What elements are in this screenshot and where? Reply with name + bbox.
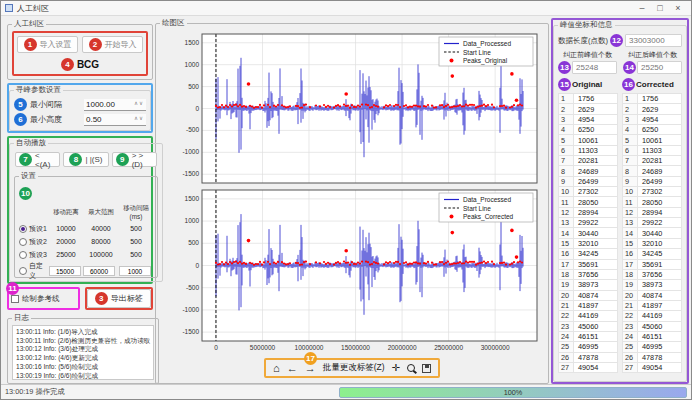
peak-row[interactable]: 824689	[558, 166, 618, 176]
peak-row[interactable]: 2345060	[558, 322, 618, 332]
peak-row[interactable]: 2141897	[622, 301, 682, 311]
reference-line-checkbox[interactable]	[11, 295, 19, 303]
peak-row[interactable]: 2749054	[558, 363, 618, 373]
peak-row[interactable]: 1027302	[558, 187, 618, 197]
data-length-field[interactable]: 33003000	[625, 34, 682, 47]
peak-row[interactable]: 1228994	[558, 208, 618, 218]
peak-row[interactable]: 2141897	[558, 301, 618, 311]
preset-radio[interactable]	[19, 238, 27, 246]
custom-value-input[interactable]	[119, 266, 151, 276]
pause-button[interactable]: 8 | |(S)	[63, 152, 108, 167]
maximize-button[interactable]: □	[651, 3, 669, 13]
peak-row[interactable]: 22629	[622, 104, 682, 114]
data-length-row: 数据长度(点数) 12 33003000	[558, 32, 682, 50]
home-icon[interactable]: ⌂	[273, 363, 280, 374]
peak-row[interactable]: 1837656	[622, 270, 682, 280]
play-backward-button[interactable]: 7 < <(A)	[15, 152, 60, 167]
peak-row[interactable]: 510061	[558, 135, 618, 145]
peak-row[interactable]: 2040874	[622, 291, 682, 301]
peak-row[interactable]: 2546995	[558, 342, 618, 352]
main-content: 人工纠区 1 导入设置 2 开始导入 4 BCG	[1, 16, 691, 384]
custom-value-input[interactable]	[49, 266, 81, 276]
peak-row[interactable]: 611303	[558, 146, 618, 156]
import-settings-button[interactable]: 1 导入设置	[17, 36, 78, 53]
peak-row[interactable]: 720281	[622, 156, 682, 166]
peak-row[interactable]: 2040874	[558, 291, 618, 301]
minimize-button[interactable]: –	[633, 3, 651, 13]
peak-row[interactable]: 1027302	[622, 187, 682, 197]
min-height-spinner[interactable]: 0.50 ∧∨	[84, 114, 146, 126]
peak-row[interactable]: 2345060	[622, 322, 682, 332]
batch-edit-labels-button[interactable]: 批量更改标签(Z)	[323, 362, 385, 374]
peak-row[interactable]: 824689	[622, 166, 682, 176]
before-count-field[interactable]: 25248	[572, 61, 617, 74]
peak-row[interactable]: 1938973	[622, 280, 682, 290]
peak-value-cell: 28050	[638, 197, 682, 207]
peak-row[interactable]: 1430440	[622, 228, 682, 238]
peak-row[interactable]: 34954	[558, 115, 618, 125]
peak-row[interactable]: 1430440	[558, 228, 618, 238]
peak-row[interactable]: 46250	[558, 125, 618, 135]
peak-row[interactable]: 1329922	[622, 218, 682, 228]
export-labels-button[interactable]: 3 导出标签	[87, 289, 152, 308]
start-import-button[interactable]: 2 开始导入	[82, 36, 143, 53]
peak-row[interactable]: 2647878	[558, 353, 618, 363]
peak-row[interactable]: 1228994	[622, 208, 682, 218]
peak-row[interactable]: 1735691	[558, 260, 618, 270]
peak-row[interactable]: 1634245	[622, 249, 682, 259]
after-count-field[interactable]: 25250	[637, 61, 682, 74]
play-forward-button[interactable]: 9 > >(D)	[112, 152, 157, 167]
peak-index-cell: 3	[558, 115, 574, 125]
peak-row[interactable]: 2546995	[622, 342, 682, 352]
zoom-icon[interactable]	[407, 364, 415, 372]
peak-value-cell: 40874	[574, 291, 618, 301]
peak-row[interactable]: 2446151	[622, 332, 682, 342]
peak-row[interactable]: 1634245	[558, 249, 618, 259]
peak-row[interactable]: 2446151	[558, 332, 618, 342]
peak-row[interactable]: 926499	[622, 177, 682, 187]
min-interval-spinner[interactable]: 1000.00 ∧∨	[84, 99, 146, 111]
preset-radio[interactable]	[19, 251, 27, 259]
chart-original-peaks[interactable]: 150010005000-500-1000-1500Data_Processed…	[162, 30, 542, 186]
spinner-arrows-icon[interactable]: ∧∨	[134, 101, 144, 107]
log-area[interactable]: 13:00:11 Info: (1/6)导入完成13:00:11 Info: (…	[12, 325, 154, 380]
before-count-label: 纠正前峰值个数	[558, 50, 617, 60]
peak-row[interactable]: 46250	[622, 125, 682, 135]
peak-row[interactable]: 11756	[558, 94, 618, 104]
peak-index-cell: 26	[622, 353, 638, 363]
custom-value-input[interactable]	[83, 266, 115, 276]
spinner-arrows-icon[interactable]: ∧∨	[134, 116, 144, 122]
peak-row[interactable]: 1938973	[558, 280, 618, 290]
original-table-body[interactable]: 1175622629349544625051006161130372028182…	[558, 93, 618, 377]
peak-row[interactable]: 2647878	[622, 353, 682, 363]
pan-icon[interactable]: ✛	[392, 363, 400, 373]
preset-value: 500	[119, 225, 153, 232]
back-icon[interactable]: ←	[287, 363, 298, 374]
peak-row[interactable]: 34954	[622, 115, 682, 125]
peak-row[interactable]: 2244169	[558, 311, 618, 321]
peak-row[interactable]: 1837656	[558, 270, 618, 280]
preset-radio[interactable]	[19, 267, 27, 275]
peak-row[interactable]: 1532010	[622, 239, 682, 249]
preset-radio[interactable]	[19, 225, 27, 233]
peak-row[interactable]: 11756	[622, 94, 682, 104]
close-button[interactable]: ×	[669, 3, 687, 13]
save-icon[interactable]	[422, 364, 431, 373]
peak-params-title: 寻峰参数设置	[14, 85, 63, 95]
peak-row[interactable]: 611303	[622, 146, 682, 156]
after-count-col: 纠正后峰值个数 14 25250	[623, 50, 682, 74]
peak-row[interactable]: 2749054	[622, 363, 682, 373]
peak-row[interactable]: 926499	[558, 177, 618, 187]
peak-row[interactable]: 22629	[558, 104, 618, 114]
peak-row[interactable]: 1128050	[558, 197, 618, 207]
peak-row[interactable]: 2244169	[622, 311, 682, 321]
peak-row[interactable]: 720281	[558, 156, 618, 166]
peak-row[interactable]: 1735691	[622, 260, 682, 270]
svg-text:-500: -500	[186, 284, 199, 291]
peak-row[interactable]: 1329922	[558, 218, 618, 228]
chart-corrected-peaks[interactable]: 150010005000-500-1000-150005000000100000…	[162, 186, 542, 356]
peak-row[interactable]: 1128050	[622, 197, 682, 207]
peak-row[interactable]: 1532010	[558, 239, 618, 249]
corrected-table-body[interactable]: 1175622629349544625051006161130372028182…	[622, 93, 682, 377]
peak-row[interactable]: 510061	[622, 135, 682, 145]
